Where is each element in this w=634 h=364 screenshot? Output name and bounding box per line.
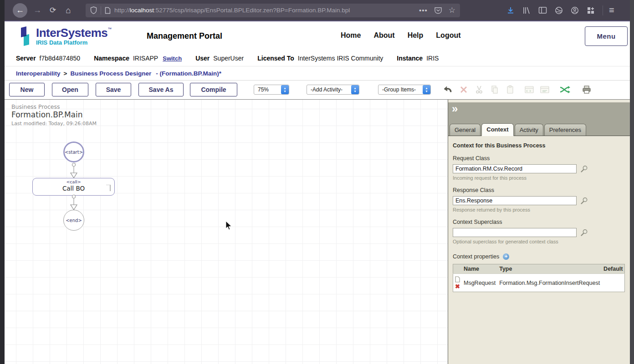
open-button[interactable]: Open [52,83,88,96]
panel-tabs: General Context Activity Preferences [448,122,630,136]
extensions-grid-icon[interactable] [587,6,595,15]
switch-namespace-link[interactable]: Switch [163,55,182,62]
context-superclass-label: Context Superclass [453,219,625,225]
reroute-connections-icon[interactable] [559,84,570,96]
panel-header: » [448,102,630,122]
shield-icon[interactable] [90,6,97,14]
intersystems-logo-icon [17,26,33,47]
copy-icon[interactable] [489,84,500,96]
breadcrumb: Interoperability > Business Process Desi… [5,66,630,81]
canvas-kind-label: Business Process [11,103,60,110]
add-property-icon[interactable]: + [503,253,509,260]
context-superclass-lookup-icon[interactable] [580,229,588,237]
end-node[interactable]: <end> [63,210,84,231]
response-class-label: Response Class [453,187,625,193]
tab-activity[interactable]: Activity [515,124,543,136]
address-bar[interactable]: http://localhost:52775/csp/irisapp/EnsPo… [86,4,460,17]
url-text[interactable]: http://localhost:52775/csp/irisapp/EnsPo… [114,7,415,14]
breadcrumb-interoperability-link[interactable]: Interoperability [16,70,61,77]
nav-about-link[interactable]: About [373,31,394,40]
show-code-icon[interactable] [539,84,550,96]
call-node-handle-icon[interactable] [106,185,111,191]
print-icon[interactable] [581,84,592,96]
property-default [602,274,625,292]
divider [101,6,101,15]
start-node[interactable]: <start> [63,142,84,162]
request-class-lookup-icon[interactable] [580,165,588,173]
context-superclass-help: Optional superclass for generated contex… [453,239,625,244]
request-class-input[interactable] [453,164,577,173]
undo-icon[interactable] [443,84,454,96]
browser-toolbar: ← → ⟳ ⌂ http://localhost:52775/csp/irisa… [5,0,630,21]
context-properties-label: Context properties [453,253,499,260]
delete-icon[interactable] [458,84,469,96]
context-superclass-input[interactable] [453,228,577,237]
panel-expand-icon[interactable]: » [452,102,463,115]
canvas-last-modified: Last modified: Today, 09:26:08AM [11,121,97,126]
edit-property-icon[interactable] [455,276,460,283]
mouse-cursor [225,221,232,231]
menu-button[interactable]: Menu [585,26,628,46]
delete-property-icon[interactable]: ✖ [455,283,460,290]
nav-help-link[interactable]: Help [408,31,424,40]
browser-back-button[interactable]: ← [13,3,27,18]
select-stepper-icon: ▲▼ [351,85,359,94]
intersystems-logo: InterSystems™ IRIS Data Platform [17,26,112,47]
request-class-help: Incoming request for this process [453,175,625,181]
save-as-button[interactable]: Save As [138,83,184,96]
column-actions [453,264,462,274]
breadcrumb-document: - (Formation.BP.Main)* [156,70,221,77]
request-class-label: Request Class [453,155,625,162]
instance-info: InstanceIRIS [397,55,439,62]
browser-menu-icon[interactable]: ≡ [609,5,614,15]
logo-wordmark: InterSystems [36,26,107,40]
downloads-icon[interactable] [506,6,515,15]
breadcrumb-page-link[interactable]: Business Process Designer [70,70,151,77]
page-info-icon[interactable] [105,7,111,14]
nav-home-link[interactable]: Home [341,31,361,40]
browser-scrollbar[interactable] [630,0,634,364]
response-class-help: Response returned by this process [453,207,625,212]
tab-context[interactable]: Context [481,123,513,136]
pocket-icon[interactable] [434,6,442,15]
response-class-lookup-icon[interactable] [580,197,588,205]
browser-reload-button[interactable]: ⟳ [46,5,59,15]
account-icon[interactable] [571,6,579,15]
show-xml-icon[interactable] [524,84,535,96]
tab-preferences[interactable]: Preferences [544,124,586,136]
top-nav: Home About Help Logout [341,31,461,40]
column-default: Default [602,264,625,274]
namespace-info: NamespaceIRISAPPSwitch [94,55,182,62]
container-globe-icon[interactable] [555,6,563,15]
page-actions-icon[interactable]: ••• [419,6,428,14]
sidebar-icon[interactable] [538,6,547,14]
response-class-input[interactable] [453,196,577,205]
compile-button[interactable]: Compile [190,83,237,96]
add-activity-select[interactable]: -Add Activity- ▲▼ [307,85,359,95]
group-items-select[interactable]: -Group Items- ▲▼ [378,85,431,95]
nav-logout-link[interactable]: Logout [436,31,460,40]
save-button[interactable]: Save [96,83,131,96]
browser-home-button[interactable]: ⌂ [62,5,75,15]
page-title: Management Portal [147,31,222,41]
background-window-edge [0,0,5,364]
paste-icon[interactable] [505,84,516,96]
panel-section-title: Context for this Business Process [453,142,625,149]
cut-icon[interactable] [474,84,485,96]
column-type: Type [497,264,602,274]
user-info: UserSuperUser [195,55,244,62]
browser-forward-button[interactable]: → [31,5,44,15]
call-activity-node[interactable]: <call> Call BO [32,178,115,196]
canvas-process-name: Formation.BP.Main [11,110,82,119]
zoom-select[interactable]: 75% ▲▼ [254,85,289,95]
select-stepper-icon: ▲▼ [281,85,289,94]
portal-header: InterSystems™ IRIS Data Platform Managem… [5,22,630,51]
bpl-diagram-canvas[interactable]: Business Process Formation.BP.Main Last … [5,100,448,364]
bookmark-star-icon[interactable]: ☆ [449,5,455,15]
property-name: MsgRequest [462,274,497,292]
table-row[interactable]: ✖ MsgRequest Formation.Msg.FormationInse… [453,274,625,292]
tab-general[interactable]: General [450,124,481,136]
new-button[interactable]: New [9,83,45,96]
breadcrumb-separator: > [64,70,67,77]
library-icon[interactable] [522,6,531,15]
